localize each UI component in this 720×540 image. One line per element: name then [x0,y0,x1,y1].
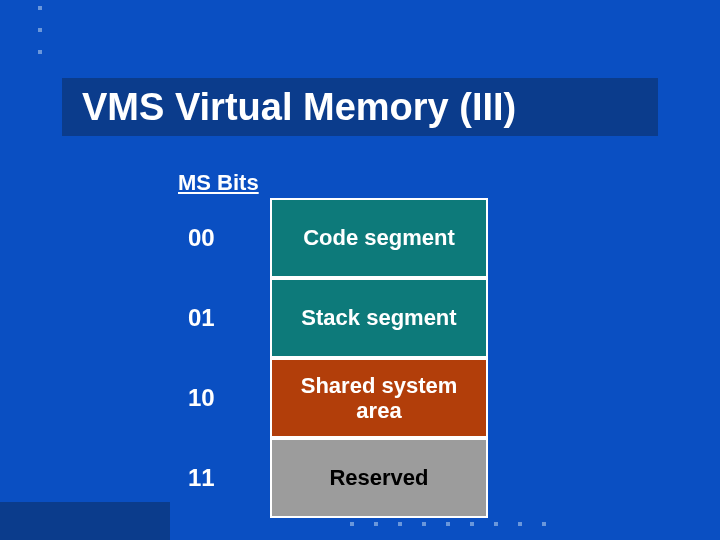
memory-row: 11 Reserved [178,438,488,518]
bits-label: 10 [178,384,270,412]
memory-row: 00 Code segment [178,198,488,278]
decorative-dots-bottom [350,522,546,526]
bits-label: 00 [178,224,270,252]
memory-row: 10 Shared system area [178,358,488,438]
segment-cell-shared: Shared system area [270,358,488,438]
footer-accent-bar [0,502,170,540]
memory-row: 01 Stack segment [178,278,488,358]
segment-cell-code: Code segment [270,198,488,278]
msbits-header: MS Bits [178,170,488,196]
bits-label: 01 [178,304,270,332]
segment-cell-reserved: Reserved [270,438,488,518]
title-bar: VMS Virtual Memory (III) [62,78,658,136]
segment-cell-stack: Stack segment [270,278,488,358]
bits-label: 11 [178,464,270,492]
memory-diagram: MS Bits 00 Code segment 01 Stack segment… [178,170,488,518]
slide-title: VMS Virtual Memory (III) [82,86,516,129]
decorative-dots-top [38,6,42,72]
